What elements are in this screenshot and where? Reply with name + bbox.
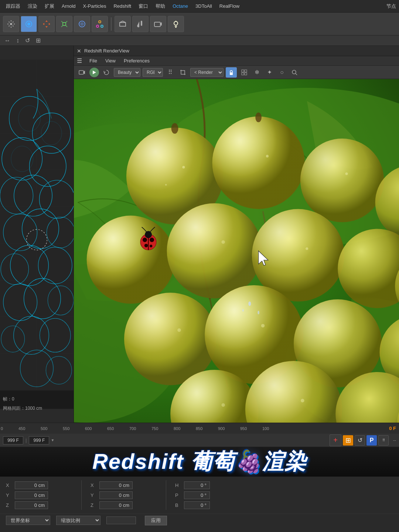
action-P-btn[interactable]: P xyxy=(366,435,377,446)
svg-point-112 xyxy=(221,403,225,407)
playback-dropdown-icon[interactable]: ▼ xyxy=(51,438,54,442)
svg-point-96 xyxy=(143,238,147,242)
render-lock-btn[interactable] xyxy=(226,67,237,78)
bottom-dropdowns-bar: 世界坐标 缩放比例 应用 xyxy=(0,514,399,527)
svg-point-8 xyxy=(101,25,103,27)
tool-camera[interactable] xyxy=(150,16,166,32)
tool-light[interactable] xyxy=(168,16,184,32)
svg-point-5 xyxy=(81,23,83,25)
scale-value-input[interactable] xyxy=(106,516,136,524)
size-y-input[interactable] xyxy=(99,491,133,499)
svg-point-111 xyxy=(261,324,265,328)
timeline-ruler[interactable]: 0 450 500 550 600 650 700 750 800 850 90… xyxy=(0,423,386,434)
menu-item-xparticles[interactable]: X-Particles xyxy=(80,2,109,10)
tool-rotate[interactable] xyxy=(74,16,90,32)
left-viewport[interactable]: 帧：0 网格间距：1000 cm xyxy=(0,46,74,423)
size-z-input[interactable] xyxy=(99,501,133,509)
action-grid-btn[interactable]: ⠿ xyxy=(378,435,389,446)
svg-point-58 xyxy=(292,70,296,74)
svg-point-75 xyxy=(167,203,262,299)
playback-end[interactable] xyxy=(29,436,49,444)
menu-item-help[interactable]: 帮助 xyxy=(153,1,168,11)
apply-button[interactable]: 应用 xyxy=(145,516,167,525)
menu-item-octane[interactable]: Octane xyxy=(170,2,191,10)
pos-z-label: Z xyxy=(6,502,12,508)
menu-item-arnold[interactable]: Arnold xyxy=(59,2,79,10)
menu-item-extend[interactable]: 扩展 xyxy=(42,1,57,11)
size-y-row: Y xyxy=(91,491,157,499)
sec-rotate-icon[interactable]: ↺ xyxy=(24,36,31,45)
menu-item-realflow[interactable]: RealFlow xyxy=(216,2,242,10)
svg-point-73 xyxy=(87,216,175,304)
svg-point-7 xyxy=(96,25,99,27)
sec-vert-icon[interactable]: ↕ xyxy=(15,37,21,45)
svg-rect-50 xyxy=(79,71,83,74)
menu-item-render[interactable]: 渲染 xyxy=(25,1,40,11)
render-camera-btn[interactable] xyxy=(77,67,87,78)
scale-dropdown[interactable]: 缩放比例 xyxy=(56,516,100,525)
render-menu-view[interactable]: View xyxy=(102,57,119,64)
render-multiview-btn[interactable] xyxy=(239,67,249,78)
close-button[interactable]: ✕ xyxy=(77,48,81,54)
title-emoji: 🍇 xyxy=(235,449,262,473)
tool-scale[interactable] xyxy=(56,16,72,32)
pos-y-input[interactable] xyxy=(15,491,48,499)
tool-move[interactable] xyxy=(38,16,55,32)
rot-p-input[interactable] xyxy=(184,491,210,499)
svg-point-113 xyxy=(301,399,304,403)
timeline-mark-5: 650 xyxy=(107,426,114,431)
rot-h-input[interactable] xyxy=(184,481,210,489)
sec-grid-icon[interactable]: ⊞ xyxy=(34,36,42,45)
svg-rect-55 xyxy=(245,70,247,72)
render-menu-file[interactable]: File xyxy=(86,57,101,64)
world-coords-dropdown[interactable]: 世界坐标 xyxy=(6,516,50,525)
beauty-dropdown[interactable]: Beauty xyxy=(114,68,140,77)
svg-rect-9 xyxy=(120,23,126,26)
action-orange-btn[interactable]: ⊞ xyxy=(343,435,353,446)
render-circle-btn[interactable]: ○ xyxy=(277,67,287,78)
svg-point-97 xyxy=(150,238,154,242)
menu-item-3dtoall[interactable]: 3DToAll xyxy=(192,2,215,10)
render-zoom-btn[interactable] xyxy=(289,67,300,78)
wireframe-svg xyxy=(0,46,74,423)
tool-settings[interactable] xyxy=(3,16,19,32)
render-freeze-btn[interactable]: ❄ xyxy=(252,67,262,78)
hamburger-icon[interactable]: ☰ xyxy=(77,57,82,64)
rot-b-input[interactable] xyxy=(184,501,210,509)
size-group: X Y Z xyxy=(91,481,157,509)
render-star-btn[interactable]: ✦ xyxy=(264,67,274,78)
render-refresh-btn[interactable] xyxy=(101,67,112,78)
action-add-btn[interactable]: + xyxy=(330,434,341,446)
sec-move-icon[interactable]: ↔ xyxy=(3,37,12,45)
tool-paint[interactable] xyxy=(132,16,149,32)
rgb-dropdown[interactable]: RGB xyxy=(143,68,163,77)
menu-item-tracker[interactable]: 跟踪器 xyxy=(3,1,23,11)
rot-b-label: B xyxy=(175,502,181,508)
render-button[interactable]: < Render xyxy=(190,68,224,77)
size-x-input[interactable] xyxy=(99,481,133,489)
render-grid-btn[interactable]: ⠿ xyxy=(165,67,175,78)
tool-polygon[interactable] xyxy=(115,16,131,32)
svg-rect-57 xyxy=(245,73,247,75)
timeline-mark-10: 900 xyxy=(218,426,225,431)
svg-rect-53 xyxy=(230,72,233,75)
pos-z-input[interactable] xyxy=(15,501,48,509)
action-rotate-btn[interactable]: ↺ xyxy=(355,435,365,446)
tool-transform[interactable] xyxy=(92,16,108,32)
menu-item-window[interactable]: 窗口 xyxy=(136,1,151,11)
render-menu-prefs[interactable]: Preferences xyxy=(120,57,153,64)
timeline-mark-9: 850 xyxy=(196,426,202,431)
render-play-btn[interactable] xyxy=(89,68,99,77)
svg-point-104 xyxy=(182,166,185,168)
render-crop-btn[interactable] xyxy=(178,67,188,78)
timeline-mark-1: 450 xyxy=(18,426,25,431)
svg-point-6 xyxy=(99,21,101,23)
menu-item-redshift[interactable]: Redshift xyxy=(110,2,134,10)
pos-x-input[interactable] xyxy=(15,481,48,489)
tool-select[interactable] xyxy=(21,16,37,32)
menu-bar: 跟踪器 渲染 扩展 Arnold X-Particles Redshift 窗口… xyxy=(0,0,399,13)
action-buttons: + ⊞ ↺ P ⠿ -- xyxy=(330,434,396,446)
svg-marker-52 xyxy=(93,71,96,74)
playback-start[interactable] xyxy=(3,436,23,444)
render-view-title: Redshift RenderView xyxy=(84,48,129,54)
